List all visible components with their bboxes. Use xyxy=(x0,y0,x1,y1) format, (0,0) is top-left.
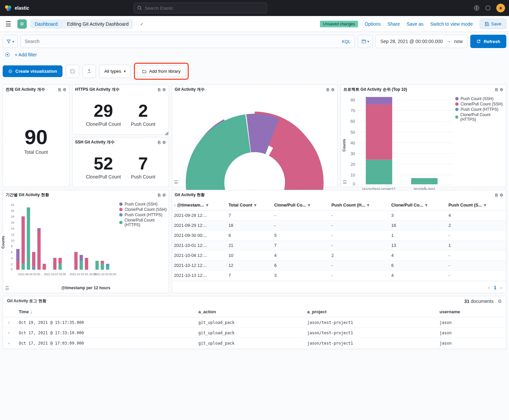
svg-text:2021-10-15 00. 00:00: 2021-10-15 00. 00:00 xyxy=(70,273,97,276)
panel-gear-icon[interactable]: ⚙ xyxy=(162,193,166,197)
filter-settings-icon[interactable] xyxy=(5,52,10,57)
svg-rect-74 xyxy=(101,264,104,270)
panel-gear-icon[interactable]: ⚙ xyxy=(162,140,166,145)
query-input-wrapper[interactable]: KQL xyxy=(20,35,355,48)
table-cell: 3 xyxy=(272,271,329,281)
expand-row-icon[interactable]: › xyxy=(4,339,14,348)
col-user[interactable]: username xyxy=(436,307,505,317)
panel-ssh-activity[interactable]: SSH Git Activity 개수 ⎘⚙ 52 Clone/Pull Cou… xyxy=(72,137,169,187)
panel-gear-icon[interactable]: ⚙ xyxy=(500,87,503,92)
breadcrumb-dashboard[interactable]: Dashboard xyxy=(30,19,62,29)
panel-https-activity[interactable]: HTTPS Git Activity 개수 ⎘⚙ 29 Clone/Pull C… xyxy=(72,84,169,134)
pager-current[interactable]: 1 xyxy=(494,285,497,290)
table-cell: - xyxy=(329,221,389,231)
switch-view-button[interactable]: Switch to view mode xyxy=(430,21,473,27)
elastic-logo[interactable]: elastic xyxy=(4,4,29,12)
nav-toggle-icon[interactable]: ☰ xyxy=(3,18,14,30)
panel-gear-icon[interactable]: ⚙ xyxy=(500,193,503,197)
resize-handle[interactable]: ◢ xyxy=(165,130,168,133)
space-badge[interactable]: D xyxy=(17,19,27,29)
table-cell: 10 xyxy=(226,251,272,261)
svg-text:70: 70 xyxy=(350,108,355,113)
panel-filter-icon[interactable]: ⎘ xyxy=(158,87,160,92)
pager-next[interactable]: › xyxy=(500,285,502,290)
global-search[interactable] xyxy=(134,3,267,13)
table-cell: 4 xyxy=(272,251,329,261)
date-quick-select[interactable]: ▾ xyxy=(358,35,373,48)
log-user: jason xyxy=(436,339,505,348)
global-search-input[interactable] xyxy=(145,6,264,11)
ml-tool-button[interactable] xyxy=(82,65,96,78)
table-header[interactable]: ↑ @timestam...▾ xyxy=(172,200,226,211)
save-button[interactable]: Save xyxy=(480,19,506,29)
table-row[interactable]: 2021-10-01 12:...217-131 xyxy=(172,241,506,251)
table-row[interactable]: 2021-09-29 12:...18--162 xyxy=(172,221,506,231)
save-as-button[interactable]: Save as xyxy=(406,21,423,27)
help-icon[interactable] xyxy=(485,5,491,11)
add-filter-button[interactable]: + Add filter xyxy=(15,52,37,57)
user-avatar[interactable]: e xyxy=(496,4,505,12)
panel-gear-icon[interactable]: ⚙ xyxy=(498,299,502,304)
create-viz-label: Create visualization xyxy=(15,69,57,74)
panel-filter-icon[interactable]: ⎘ xyxy=(495,87,498,92)
log-row[interactable]: ›Oct 17, 2021 @ 17:33:10.000git_upload_p… xyxy=(4,328,505,338)
svg-rect-75 xyxy=(101,261,104,264)
all-types-select[interactable]: All types ▾ xyxy=(99,65,130,78)
panel-filter-icon[interactable]: ⎘ xyxy=(158,193,160,197)
table-header[interactable]: Total Count▾ xyxy=(226,200,272,211)
newsfeed-icon[interactable] xyxy=(474,5,480,11)
total-count-value: 90 xyxy=(25,127,48,147)
expand-row-icon[interactable]: › xyxy=(4,328,14,338)
table-row[interactable]: 2021-10-08 12:...10424- xyxy=(172,251,506,261)
panel-gear-icon[interactable]: ⚙ xyxy=(162,87,166,92)
query-input[interactable] xyxy=(25,39,342,44)
col-time[interactable]: Time ↓ xyxy=(15,307,194,317)
table-row[interactable]: 2021-10-12 12:...126-6- xyxy=(172,261,506,271)
legend-toggle-icon[interactable]: ☰ xyxy=(174,179,178,185)
panel-filter-icon[interactable]: ⎘ xyxy=(327,87,329,92)
create-visualization-button[interactable]: Create visualization xyxy=(3,65,62,77)
select-tool-button[interactable] xyxy=(66,65,79,78)
col-project[interactable]: a_project xyxy=(303,307,435,317)
svg-text:16: 16 xyxy=(11,221,14,224)
table-cell: - xyxy=(329,241,389,251)
share-button[interactable]: Share xyxy=(387,21,400,27)
table-row[interactable]: 2021-09-28 12:...7--34 xyxy=(172,211,506,221)
panel-project-ranking[interactable]: 프로젝트 Git Activity 순위 (Top 10) ⎘⚙ Counts … xyxy=(340,84,506,187)
table-header[interactable]: Push Count (H...▾ xyxy=(329,200,389,211)
panel-activity-table[interactable]: Git Activity 현황 ⎘⚙ ↑ @timestam...▾Total … xyxy=(172,190,506,293)
kql-toggle[interactable]: KQL xyxy=(342,39,351,44)
panel-logs[interactable]: Git Activity 로그 현황 31 documents ⚙ Time ↓… xyxy=(3,296,506,349)
expand-row-icon[interactable]: › xyxy=(4,318,14,328)
date-range[interactable]: Sep 28, 2021 @ 00:00:00.000 → now xyxy=(375,35,468,48)
panel-gear-icon[interactable]: ⚙ xyxy=(331,87,335,92)
table-cell: 2 xyxy=(447,221,506,231)
panel-total-activity[interactable]: 전체 Git Activity 개수 ⎘⚙ 90 Total Count xyxy=(3,84,69,187)
pager-prev[interactable]: ‹ xyxy=(488,285,490,290)
options-button[interactable]: Options xyxy=(365,21,381,27)
panel-time-histogram[interactable]: 기간별 Git Activity 현황 ⎘⚙ Counts 2220181614… xyxy=(3,190,169,293)
col-action[interactable]: a_action xyxy=(194,307,303,317)
table-header[interactable]: Clone/Pull Co...▾ xyxy=(272,200,329,211)
panel-filter-icon[interactable]: ⎘ xyxy=(495,193,498,197)
table-row[interactable]: 2021-09-30 00:...65-1- xyxy=(172,231,506,241)
add-from-library-button[interactable]: Add from library xyxy=(137,66,186,77)
panel-pie-activity[interactable]: Git Activity 개수 ⎘⚙ ☰ xyxy=(172,84,338,187)
filter-controls-button[interactable]: ▾ xyxy=(3,35,18,48)
log-row[interactable]: ›Oct 19, 2021 @ 15:17:35.000git_upload_p… xyxy=(4,318,505,328)
svg-text:8: 8 xyxy=(11,245,13,248)
panel-filter-icon[interactable]: ⎘ xyxy=(158,140,160,145)
search-icon xyxy=(137,6,142,10)
panel-gear-icon[interactable]: ⚙ xyxy=(63,87,66,92)
table-row[interactable]: 2021-10-13 12:...73-4- xyxy=(172,271,506,281)
legend-toggle-icon[interactable]: ☰ xyxy=(5,286,9,291)
table-cell: 12 xyxy=(226,261,272,271)
refresh-button[interactable]: Refresh xyxy=(470,35,506,48)
log-row[interactable]: ›Oct 17, 2021 @ 17:03:09.000git_upload_p… xyxy=(4,339,505,348)
panel-filter-icon[interactable]: ⎘ xyxy=(58,87,61,92)
svg-rect-76 xyxy=(106,267,109,270)
lens-icon xyxy=(8,69,13,74)
legend-toggle-icon[interactable]: ☰ xyxy=(343,179,347,185)
table-header[interactable]: Push Count (S...▾ xyxy=(447,200,506,211)
table-header[interactable]: Clone/Pull Co...▾ xyxy=(389,200,446,211)
